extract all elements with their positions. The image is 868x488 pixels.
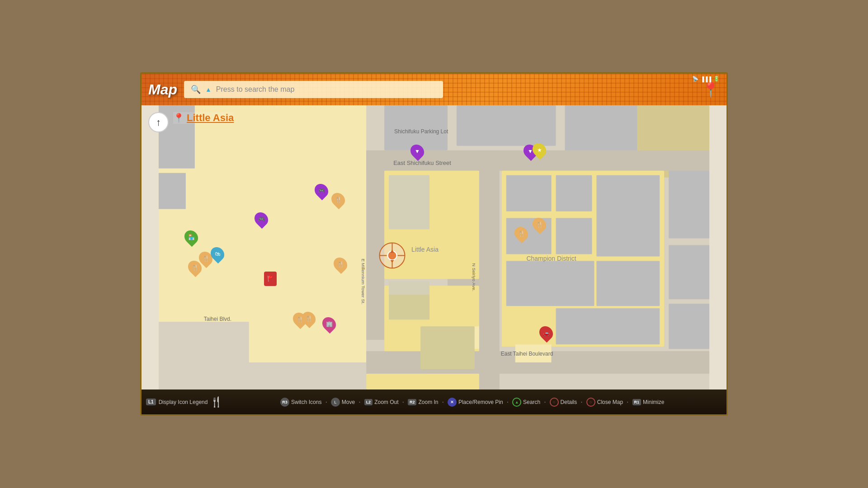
map-header: Map 🔍 ▲ Press to search the map 📍: [142, 74, 726, 105]
map-area[interactable]: East Shichifuku Street Shichifuku Parkin…: [142, 105, 726, 389]
wifi-icon: 📡: [692, 76, 698, 82]
triangle-ctrl: ▲ Search: [512, 398, 540, 407]
store-icon: 🏪: [188, 234, 195, 240]
fork-icon-2: 🍴: [192, 264, 198, 271]
search-placeholder: Press to search the map: [216, 85, 294, 94]
svg-rect-27: [506, 261, 594, 306]
flag-icon: 🚩: [267, 276, 274, 282]
svg-text:Little Asia: Little Asia: [411, 246, 439, 253]
r1-ctrl: R1 Minimize: [632, 399, 665, 405]
car-pin[interactable]: 🚗: [540, 326, 552, 340]
switch-icons-label: Switch Icons: [291, 399, 321, 405]
car-icon: 🚗: [543, 330, 550, 336]
svg-text:Taihei Blvd.: Taihei Blvd.: [204, 316, 231, 322]
svg-rect-20: [389, 295, 429, 319]
location-pin-icon: 📍: [173, 113, 184, 123]
svg-text:East Shichifuku Street: East Shichifuku Street: [393, 160, 451, 166]
food-pin-bl2[interactable]: 🍴: [302, 311, 315, 326]
store-bottom-icon: 🏢: [326, 321, 333, 327]
svg-rect-36: [669, 304, 709, 349]
food-pin-2[interactable]: 🍴: [189, 260, 201, 275]
divider-6: ·: [544, 398, 546, 406]
store-pin[interactable]: 🏪: [185, 230, 198, 244]
shop-pin[interactable]: 🛍: [211, 247, 224, 261]
battery-icon: 🔋: [713, 76, 720, 82]
circle-details-button: ○: [550, 398, 559, 407]
circle-close-button: ○: [586, 398, 595, 407]
minimize-label: Minimize: [643, 399, 664, 405]
search-label: Search: [523, 399, 540, 405]
divider-1: ·: [325, 398, 327, 406]
zoom-out-label: Zoom Out: [374, 399, 398, 405]
place-pin-label: Place/Remove Pin: [458, 399, 503, 405]
signal-icon: ▐▐▐: [701, 76, 711, 82]
svg-rect-24: [596, 175, 660, 257]
divider-5: ·: [507, 398, 509, 406]
game-window: 📡 ▐▐▐ 🔋 Map 🔍 ▲ Press to search the map …: [140, 72, 728, 416]
game-icon-1: 🎮: [258, 216, 265, 222]
svg-rect-31: [420, 326, 475, 369]
food-pin-la[interactable]: 🍴: [334, 257, 347, 272]
fork-icon-bl2: 🍴: [306, 315, 312, 322]
details-label: Details: [561, 399, 577, 405]
fork-icon-1: 🍴: [203, 255, 209, 262]
r3-button: R3: [280, 398, 289, 407]
bottom-controls-section: R3 Switch Icons · L Move · L2 Zoom Out ·…: [222, 398, 722, 407]
shop-icon: 🛍: [215, 251, 220, 257]
l-button: L: [331, 398, 340, 407]
display-legend-label: Display Icon Legend: [159, 399, 208, 405]
game-icon-2: 🎮: [318, 188, 325, 194]
game-pin-1[interactable]: 🎮: [255, 212, 268, 226]
fork-icon-r2: 🍴: [536, 221, 543, 228]
bottom-bar: L1 Display Icon Legend 🍴 R3 Switch Icons…: [142, 389, 726, 414]
svg-rect-34: [669, 171, 709, 239]
l-ctrl: L Move: [331, 398, 355, 407]
l2-ctrl: L2 Zoom Out: [364, 399, 399, 405]
location-label: 📍 Little Asia: [173, 112, 234, 124]
store-bottom-pin[interactable]: 🏢: [323, 317, 335, 331]
svg-rect-32: [475, 326, 479, 349]
food-pin-r2[interactable]: 🍴: [533, 217, 546, 232]
x-ctrl: ✕ Place/Remove Pin: [448, 398, 503, 407]
svg-rect-22: [506, 175, 552, 211]
move-label: Move: [342, 399, 355, 405]
l2-button: L2: [364, 399, 373, 405]
svg-text:East Taihei Boulevard: East Taihei Boulevard: [501, 351, 553, 357]
flag-pin[interactable]: 🚩: [264, 272, 277, 286]
map-svg: East Shichifuku Street Shichifuku Parkin…: [142, 105, 726, 389]
zoom-in-label: Zoom In: [418, 399, 438, 405]
x-button: ✕: [448, 398, 457, 407]
game-pin-2[interactable]: 🎮: [315, 183, 328, 198]
fork-icon-top: 🍴: [335, 197, 342, 203]
triangle-button: ▲: [512, 398, 521, 407]
player-cursor: [378, 241, 407, 272]
yellow-pin-top[interactable]: ★: [533, 143, 546, 157]
map-pin-icon: 📍: [702, 81, 720, 98]
svg-rect-23: [556, 175, 592, 211]
food-pin-top[interactable]: 🍴: [332, 192, 344, 207]
map-title: Map: [148, 81, 177, 98]
svg-rect-26: [556, 218, 592, 254]
compass-arrow: ↑: [156, 117, 161, 128]
svg-text:Champion District: Champion District: [526, 255, 576, 262]
l1-button: L1: [146, 399, 156, 405]
purple-pin-1[interactable]: ▼: [411, 144, 424, 159]
svg-rect-28: [596, 261, 660, 306]
r2-button: R2: [408, 399, 417, 405]
divider-3: ·: [402, 398, 404, 406]
divider-7: ·: [580, 398, 582, 406]
svg-rect-35: [669, 245, 709, 300]
purple-icon-1: ▼: [415, 148, 420, 155]
r1-button: R1: [632, 399, 642, 405]
circle-details-ctrl: ○ Details: [550, 398, 577, 407]
svg-text:E Millennium Tower St.: E Millennium Tower St.: [361, 258, 366, 304]
bottom-food-icon: 🍴: [210, 396, 222, 408]
svg-rect-29: [556, 308, 660, 344]
svg-rect-5: [159, 173, 186, 209]
svg-rect-30: [366, 374, 479, 389]
search-bar[interactable]: 🔍 ▲ Press to search the map: [184, 81, 443, 98]
svg-rect-18: [389, 175, 429, 230]
svg-rect-7: [457, 105, 556, 146]
food-pin-r1[interactable]: 🍴: [515, 226, 528, 241]
system-icons: 📡 ▐▐▐ 🔋: [692, 76, 720, 82]
